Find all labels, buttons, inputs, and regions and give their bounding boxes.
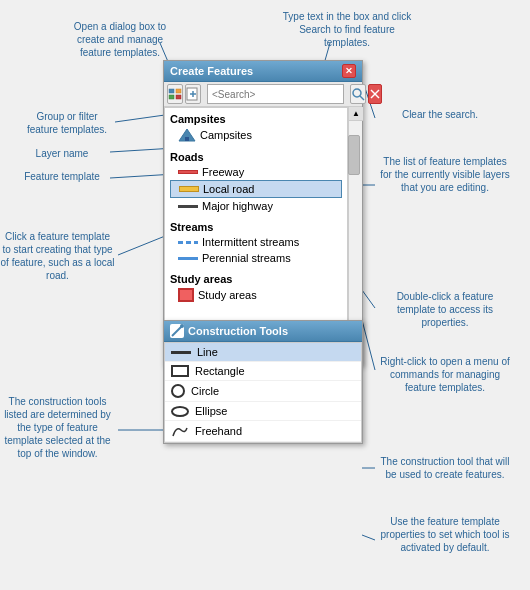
panel-toolbar [164,82,362,107]
construction-tools-icon [170,324,184,338]
perennial-icon [178,257,198,260]
study-area-icon [178,288,194,302]
line-icon [171,351,191,354]
construct-label-rectangle: Rectangle [195,365,245,377]
panel-titlebar: Create Features ✕ [164,61,362,82]
ellipse-icon [171,406,189,417]
annotation-group-filter: Group or filter feature templates. [22,110,112,136]
annotation-type-text: Type text in the box and click Search to… [282,10,412,49]
annotation-construction-tool-desc: The construction tool that will be used … [380,455,510,481]
feature-item-major-highway[interactable]: Major highway [170,198,342,214]
feature-label-local-road: Local road [203,183,254,195]
annotation-clear-search: Clear the search. [380,108,500,121]
annotation-layer-name: Layer name [22,147,102,160]
svg-rect-25 [185,137,189,141]
feature-label-campsites: Campsites [200,129,252,141]
construction-tools-panel: Construction Tools Line Rectangle Circle… [163,320,363,444]
freehand-icon [171,424,189,438]
construct-item-circle[interactable]: Circle [165,381,361,402]
search-input[interactable] [207,84,344,104]
feature-item-freeway[interactable]: Freeway [170,164,342,180]
scrollbar-thumb[interactable] [348,135,360,175]
construct-item-freehand[interactable]: Freehand [165,421,361,442]
features-list-wrapper: Campsites Campsites Roads Freeway [164,107,362,347]
construction-tools-title: Construction Tools [188,325,288,337]
svg-rect-14 [176,89,181,93]
tent-icon [178,128,196,142]
construct-item-rectangle[interactable]: Rectangle [165,362,361,381]
construction-tools-list: Line Rectangle Circle Ellipse Freehand [164,342,362,443]
clear-search-button[interactable] [368,84,382,104]
construction-tools-titlebar: Construction Tools [164,321,362,342]
layer-name-streams: Streams [170,219,342,234]
feature-label-perennial: Perennial streams [202,252,291,264]
annotation-feature-list: The list of feature templates for the cu… [380,155,510,194]
svg-line-21 [360,96,364,100]
features-list[interactable]: Campsites Campsites Roads Freeway [164,107,348,347]
annotation-construction-tools: The construction tools listed are determ… [0,395,115,460]
new-template-button[interactable] [185,84,201,104]
layer-name-study-areas: Study areas [170,271,342,286]
feature-label-major-highway: Major highway [202,200,273,212]
svg-line-26 [172,326,182,336]
svg-rect-15 [169,95,174,99]
search-button[interactable] [350,84,366,104]
freeway-icon [178,170,198,174]
annotation-use-feature: Use the feature template properties to s… [380,515,510,554]
svg-line-8 [362,290,375,308]
layer-group-study-areas: Study areas Study areas [165,268,347,306]
svg-rect-16 [176,95,181,99]
feature-label-intermittent: Intermittent streams [202,236,299,248]
rectangle-icon [171,365,189,377]
construct-item-ellipse[interactable]: Ellipse [165,402,361,421]
scroll-up-button[interactable]: ▲ [349,107,363,121]
feature-item-perennial[interactable]: Perennial streams [170,250,342,266]
construct-label-freehand: Freehand [195,425,242,437]
layer-group-campsites: Campsites Campsites [165,108,347,146]
feature-item-intermittent[interactable]: Intermittent streams [170,234,342,250]
svg-rect-13 [169,89,174,93]
annotation-feature-template: Feature template [22,170,102,183]
svg-point-27 [180,324,184,328]
annotation-click-feature: Click a feature template to start creati… [0,230,115,282]
organize-button[interactable] [167,84,183,104]
svg-line-9 [362,320,375,370]
feature-item-campsites[interactable]: Campsites [170,126,342,144]
layer-group-roads: Roads Freeway Local road Major highway [165,146,347,216]
construct-label-ellipse: Ellipse [195,405,227,417]
feature-item-local-road[interactable]: Local road [170,180,342,198]
feature-item-study-areas[interactable]: Study areas [170,286,342,304]
svg-line-12 [362,535,375,540]
layer-name-roads: Roads [170,149,342,164]
annotation-open-dialog: Open a dialog box to create and manage f… [60,20,180,59]
annotation-right-click: Right-click to open a menu of commands f… [380,355,510,394]
layer-name-campsites: Campsites [170,111,342,126]
local-road-icon [179,186,199,192]
layer-group-streams: Streams Intermittent streams Perennial s… [165,216,347,268]
panel-close-button[interactable]: ✕ [342,64,356,78]
intermittent-icon [178,241,198,244]
svg-point-20 [353,89,361,97]
major-highway-icon [178,205,198,208]
feature-label-freeway: Freeway [202,166,244,178]
panel-title: Create Features [170,65,253,77]
annotation-double-click: Double-click a feature template to acces… [380,290,510,329]
feature-label-study-areas: Study areas [198,289,257,301]
features-scrollbar[interactable]: ▲ ▼ [348,107,362,347]
construct-label-circle: Circle [191,385,219,397]
circle-icon [171,384,185,398]
construct-label-line: Line [197,346,218,358]
construct-item-line[interactable]: Line [165,343,361,362]
